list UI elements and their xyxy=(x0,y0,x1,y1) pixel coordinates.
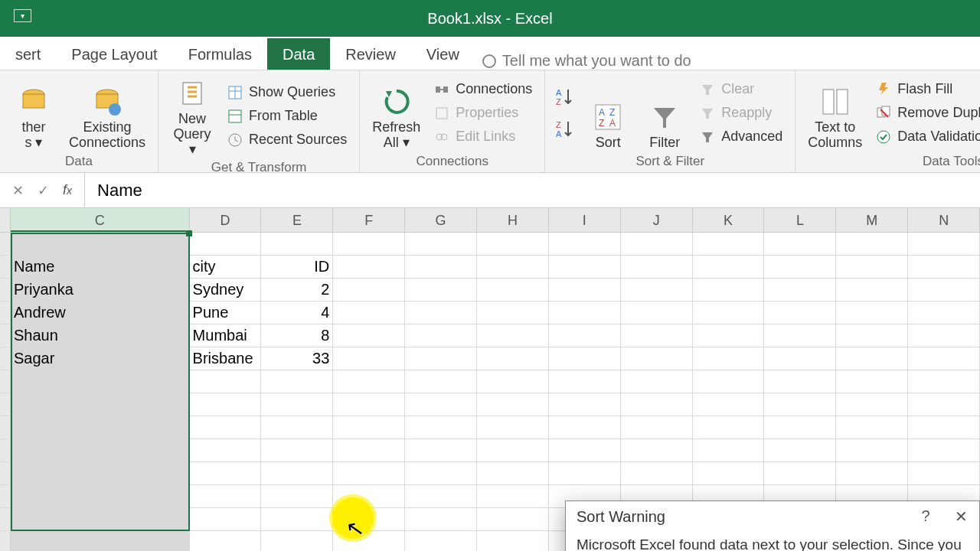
col-header-l[interactable]: L xyxy=(764,208,836,232)
col-header-h[interactable]: H xyxy=(477,208,549,232)
cell[interactable] xyxy=(405,370,477,393)
cell[interactable] xyxy=(908,347,980,370)
cell[interactable] xyxy=(764,324,836,347)
cell[interactable]: Mumbai xyxy=(190,324,262,347)
cell[interactable] xyxy=(190,439,262,461)
advanced-button[interactable]: Advanced xyxy=(697,127,786,146)
sort-button[interactable]: AZZA Sort xyxy=(583,75,632,151)
tell-me[interactable]: Tell me what you want to do xyxy=(482,52,691,70)
recent-sources-button[interactable]: Recent Sources xyxy=(224,130,350,149)
cell[interactable] xyxy=(549,256,621,278)
cell[interactable] xyxy=(908,324,980,347)
cell[interactable] xyxy=(405,416,477,439)
cell[interactable] xyxy=(621,233,693,255)
grid-row[interactable] xyxy=(0,439,980,462)
cell[interactable] xyxy=(549,462,621,484)
connections-button[interactable]: Connections xyxy=(431,80,535,99)
existing-connections-button[interactable]: Existing Connections xyxy=(66,75,149,151)
cell[interactable] xyxy=(477,439,549,461)
cell[interactable] xyxy=(333,416,405,439)
cell[interactable] xyxy=(549,347,621,370)
selection-handle[interactable] xyxy=(186,230,192,236)
grid-row[interactable] xyxy=(0,393,980,416)
cell[interactable] xyxy=(11,508,190,530)
new-query-button[interactable]: New Query ▾ xyxy=(168,75,217,157)
cell[interactable] xyxy=(836,393,908,416)
show-queries-button[interactable]: Show Queries xyxy=(224,83,350,102)
flash-fill-button[interactable]: Flash Fill xyxy=(873,80,980,99)
cell[interactable] xyxy=(405,531,477,551)
cell[interactable] xyxy=(764,439,836,461)
cell[interactable] xyxy=(405,279,477,301)
text-to-columns-button[interactable]: Text to Columns xyxy=(805,75,865,151)
grid-row[interactable] xyxy=(0,233,980,256)
cell[interactable] xyxy=(908,370,980,393)
cell[interactable] xyxy=(764,462,836,484)
cell[interactable]: ID xyxy=(261,256,333,278)
cell[interactable] xyxy=(477,324,549,347)
cancel-edit-icon[interactable]: ✕ xyxy=(12,182,24,199)
tab-data[interactable]: Data xyxy=(267,38,330,70)
fx-icon[interactable]: fx xyxy=(63,182,72,198)
filter-button[interactable]: Filter xyxy=(640,75,689,151)
cell[interactable]: Sydney xyxy=(190,279,262,301)
cell[interactable] xyxy=(405,508,477,530)
cell[interactable] xyxy=(333,324,405,347)
cell[interactable] xyxy=(836,233,908,255)
cell[interactable] xyxy=(621,370,693,393)
cell[interactable]: 2 xyxy=(261,279,333,301)
grid-row[interactable]: NamecityID xyxy=(0,256,980,279)
cell[interactable] xyxy=(477,347,549,370)
cell[interactable]: city xyxy=(190,256,262,278)
cell[interactable] xyxy=(190,531,262,551)
col-header-d[interactable]: D xyxy=(190,208,262,232)
cell[interactable]: Name xyxy=(11,256,190,278)
cell[interactable] xyxy=(621,439,693,461)
cell[interactable] xyxy=(836,416,908,439)
cell[interactable] xyxy=(190,462,262,484)
cell[interactable] xyxy=(908,302,980,324)
cell[interactable] xyxy=(333,302,405,324)
cell[interactable] xyxy=(764,416,836,439)
cell[interactable] xyxy=(693,279,765,301)
cell[interactable] xyxy=(477,256,549,278)
cell[interactable] xyxy=(333,370,405,393)
cell[interactable] xyxy=(405,302,477,324)
cell[interactable] xyxy=(11,531,190,551)
cell[interactable]: 8 xyxy=(261,324,333,347)
cell[interactable]: Pune xyxy=(190,302,262,324)
remove-duplicates-button[interactable]: Remove Duplicates xyxy=(873,103,980,122)
cell[interactable] xyxy=(477,370,549,393)
grid-row[interactable] xyxy=(0,370,980,393)
cell[interactable] xyxy=(261,485,333,507)
cell[interactable] xyxy=(405,256,477,278)
cell[interactable] xyxy=(405,233,477,255)
data-validation-button[interactable]: Data Validation ▾ xyxy=(873,127,980,147)
cell[interactable] xyxy=(477,508,549,530)
cell[interactable] xyxy=(333,347,405,370)
cell[interactable] xyxy=(908,462,980,484)
cell[interactable] xyxy=(477,233,549,255)
cell[interactable] xyxy=(764,279,836,301)
col-header-c[interactable]: C xyxy=(11,208,190,232)
cell[interactable] xyxy=(11,416,190,439)
cell[interactable] xyxy=(11,233,190,255)
cell[interactable] xyxy=(908,439,980,461)
tab-insert[interactable]: sert xyxy=(0,38,56,70)
cell[interactable] xyxy=(405,324,477,347)
cell[interactable] xyxy=(261,508,333,530)
cell[interactable] xyxy=(836,347,908,370)
sort-desc-button[interactable]: ZA xyxy=(554,119,576,140)
cell[interactable] xyxy=(11,370,190,393)
cell[interactable] xyxy=(190,233,262,255)
cell[interactable] xyxy=(621,256,693,278)
cell[interactable] xyxy=(693,302,765,324)
col-header-m[interactable]: M xyxy=(836,208,908,232)
cell[interactable] xyxy=(190,370,262,393)
cell[interactable] xyxy=(333,256,405,278)
cell[interactable] xyxy=(405,462,477,484)
cell[interactable] xyxy=(693,256,765,278)
col-header-n[interactable]: N xyxy=(908,208,980,232)
cell[interactable] xyxy=(190,485,262,507)
cell[interactable] xyxy=(908,279,980,301)
